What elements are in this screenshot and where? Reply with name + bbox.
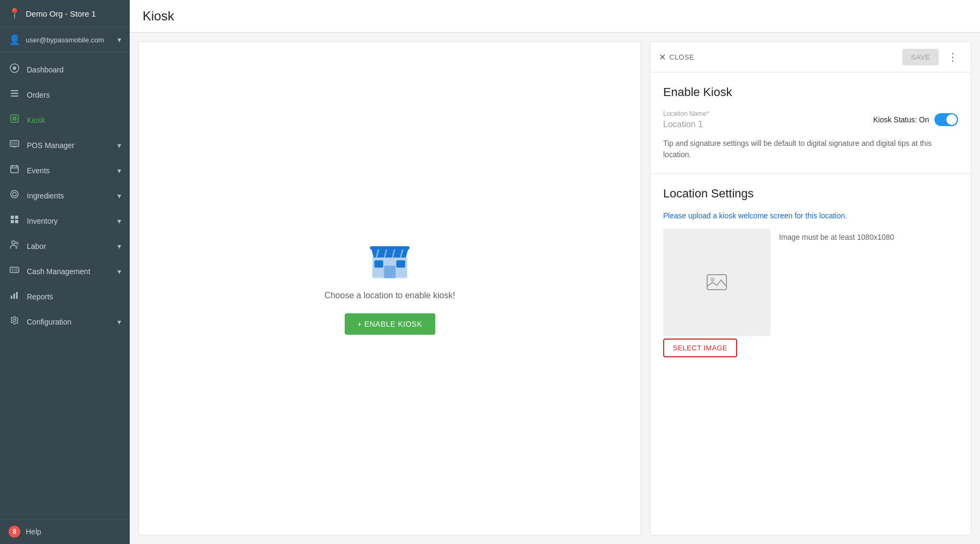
location-field-label: Location Name*: [663, 110, 860, 117]
page-title: Kiosk: [143, 9, 967, 24]
svg-rect-30: [11, 296, 12, 299]
sidebar-item-labor[interactable]: Labor ▾: [0, 233, 130, 259]
sidebar-item-configuration[interactable]: Configuration ▾: [0, 309, 130, 334]
sidebar-item-label: Labor: [27, 242, 111, 251]
sidebar-item-ingredients[interactable]: Ingredients ▾: [0, 183, 130, 208]
svg-rect-27: [12, 268, 13, 271]
kiosk-status-group: Kiosk Status: On: [873, 113, 958, 126]
svg-rect-10: [15, 119, 16, 120]
svg-rect-9: [13, 119, 14, 120]
inventory-icon: [9, 215, 20, 227]
sidebar-item-cash-management[interactable]: Cash Management ▾: [0, 259, 130, 284]
location-pin-icon: 📍: [9, 8, 20, 19]
sidebar-item-pos-manager[interactable]: POS Manager ▾: [0, 133, 130, 158]
svg-rect-39: [370, 246, 410, 249]
location-field-group: Location Name* Location 1: [663, 110, 860, 129]
svg-rect-23: [15, 220, 18, 223]
sidebar-item-inventory[interactable]: Inventory ▾: [0, 208, 130, 233]
content-area: Choose a location to enable kiosk! + ENA…: [130, 33, 980, 544]
sidebar-footer: 8 Help: [0, 519, 130, 544]
kiosk-toggle[interactable]: [934, 113, 958, 126]
chevron-down-icon: ▾: [117, 217, 121, 225]
chevron-down-icon: ▾: [117, 267, 121, 276]
sidebar-item-label: Kiosk: [27, 116, 121, 124]
reports-icon: [9, 290, 20, 303]
image-info: Image must be at least 1080x1080: [779, 229, 894, 241]
sidebar-item-label: Reports: [27, 292, 121, 301]
select-image-button[interactable]: SELECT IMAGE: [663, 339, 737, 357]
svg-point-25: [16, 242, 18, 244]
events-icon: [9, 164, 20, 177]
orders-icon: [9, 89, 20, 101]
svg-rect-13: [13, 146, 16, 148]
sidebar-item-label: Configuration: [27, 318, 111, 326]
cash-icon: [9, 265, 20, 277]
chevron-down-icon: ▾: [117, 166, 121, 175]
labor-icon: [9, 240, 20, 252]
upload-prompt[interactable]: Please upload a kiosk welcome screen for…: [663, 211, 958, 220]
svg-point-18: [11, 190, 18, 198]
sidebar-nav: Dashboard Orders: [0, 53, 130, 519]
svg-rect-20: [11, 216, 14, 219]
sidebar-item-label: Inventory: [27, 217, 111, 225]
location-settings-title: Location Settings: [663, 187, 958, 201]
svg-rect-32: [16, 292, 18, 299]
pos-manager-icon: [9, 139, 20, 151]
svg-rect-29: [16, 268, 18, 271]
svg-rect-38: [397, 261, 405, 267]
enable-kiosk-prompt: Choose a location to enable kiosk!: [324, 291, 455, 300]
svg-rect-4: [11, 95, 18, 97]
enable-kiosk-panel: Choose a location to enable kiosk! + ENA…: [138, 41, 641, 535]
user-menu[interactable]: 👤 user@bypassmobile.com ▾: [0, 27, 130, 53]
sidebar-item-reports[interactable]: Reports: [0, 284, 130, 309]
kiosk-field-row: Location Name* Location 1 Kiosk Status: …: [663, 110, 958, 129]
sidebar-item-label: Cash Management: [27, 267, 111, 276]
svg-rect-3: [11, 93, 18, 94]
help-label[interactable]: Help: [26, 527, 41, 536]
svg-rect-12: [11, 142, 18, 145]
ingredients-icon: [9, 189, 20, 202]
svg-rect-8: [15, 117, 16, 118]
svg-point-33: [13, 319, 16, 322]
main-content: Kiosk: [130, 0, 980, 544]
right-panel: ✕ CLOSE SAVE ⋮ Enable Kiosk Location Nam…: [650, 41, 971, 535]
location-field-value: Location 1: [663, 120, 860, 129]
chevron-down-icon: ▾: [117, 35, 121, 44]
sidebar-item-orders[interactable]: Orders: [0, 82, 130, 107]
store-icon: [368, 242, 411, 280]
chevron-down-icon: ▾: [117, 318, 121, 326]
location-settings-section: Location Settings Please upload a kiosk …: [650, 174, 971, 376]
svg-point-19: [13, 193, 17, 196]
store-icon-wrapper: [368, 242, 411, 282]
more-options-button[interactable]: ⋮: [943, 48, 962, 65]
svg-point-24: [12, 241, 15, 244]
chevron-down-icon: ▾: [117, 141, 121, 150]
user-email: user@bypassmobile.com: [26, 36, 112, 44]
dashboard-icon: [9, 63, 20, 76]
chevron-down-icon: ▾: [117, 192, 121, 200]
sidebar-item-dashboard[interactable]: Dashboard: [0, 57, 130, 82]
svg-point-1: [13, 67, 16, 70]
sidebar-item-label: Orders: [27, 91, 121, 99]
svg-rect-28: [14, 268, 15, 271]
close-label: CLOSE: [670, 53, 695, 61]
image-placeholder: [663, 229, 770, 336]
sidebar-item-events[interactable]: Events ▾: [0, 158, 130, 183]
svg-point-41: [710, 277, 715, 282]
page-header: Kiosk: [130, 0, 980, 33]
panel-toolbar: ✕ CLOSE SAVE ⋮: [650, 42, 971, 72]
svg-rect-21: [15, 216, 18, 219]
sidebar-header: 📍 Demo Org - Store 1: [0, 0, 130, 27]
sidebar-item-label: Events: [27, 166, 111, 175]
svg-rect-14: [11, 166, 18, 173]
chevron-down-icon: ▾: [117, 242, 121, 251]
sidebar-item-label: Dashboard: [27, 65, 121, 74]
enable-kiosk-button[interactable]: + ENABLE KIOSK: [345, 313, 435, 335]
svg-rect-7: [13, 117, 14, 118]
image-upload-area: SELECT IMAGE Image must be at least 1080…: [663, 229, 958, 363]
close-button[interactable]: ✕ CLOSE: [659, 52, 694, 62]
save-button[interactable]: SAVE: [902, 49, 939, 65]
svg-rect-2: [11, 90, 18, 91]
sidebar-item-kiosk[interactable]: Kiosk: [0, 107, 130, 133]
close-x-icon: ✕: [659, 52, 666, 62]
